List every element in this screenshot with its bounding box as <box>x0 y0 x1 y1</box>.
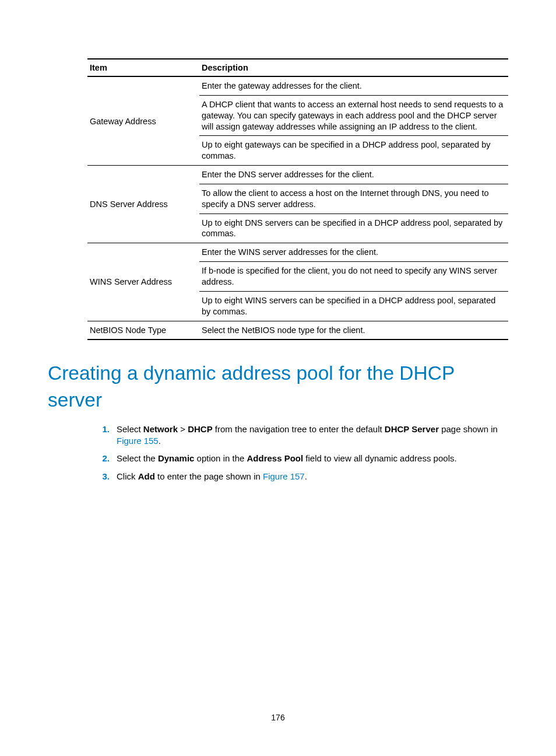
text: . <box>305 471 307 481</box>
step-number: 3. <box>93 471 117 482</box>
step-body: Click Add to enter the page shown in Fig… <box>117 471 504 482</box>
desc-paragraph: Enter the gateway addresses for the clie… <box>199 77 508 96</box>
list-item: 2. Select the Dynamic option in the Addr… <box>93 453 504 464</box>
step-body: Select the Dynamic option in the Address… <box>117 453 504 464</box>
item-cell: Gateway Address <box>87 76 199 166</box>
desc-paragraph: Up to eight WINS servers can be specifie… <box>199 292 508 321</box>
list-item: 1. Select Network > DHCP from the naviga… <box>93 424 504 447</box>
table-row: Gateway Address Enter the gateway addres… <box>87 76 508 166</box>
col-desc-header: Description <box>199 59 508 76</box>
page-content: Item Description Gateway Address Enter t… <box>0 0 556 482</box>
bold-text: DHCP <box>188 424 213 434</box>
desc-cell: Enter the WINS server addresses for the … <box>199 243 508 321</box>
text: field to view all dynamic address pools. <box>303 453 456 463</box>
desc-paragraph: If b-node is specified for the client, y… <box>199 262 508 292</box>
bold-text: Network <box>143 424 178 434</box>
list-item: 3. Click Add to enter the page shown in … <box>93 471 504 482</box>
desc-paragraph: Up to eight gateways can be specified in… <box>199 136 508 165</box>
text: to enter the page shown in <box>155 471 263 481</box>
bold-text: Dynamic <box>158 453 195 463</box>
text: page shown in <box>439 424 498 434</box>
desc-paragraph: To allow the client to access a host on … <box>199 184 508 214</box>
table-row: WINS Server Address Enter the WINS serve… <box>87 243 508 321</box>
desc-paragraph: Enter the WINS server addresses for the … <box>199 243 508 262</box>
text: Select the <box>117 453 158 463</box>
text: Click <box>117 471 138 481</box>
desc-paragraph: A DHCP client that wants to access an ex… <box>199 96 508 136</box>
item-cell: WINS Server Address <box>87 243 199 321</box>
item-cell: NetBIOS Node Type <box>87 321 199 340</box>
text: from the navigation tree to enter the de… <box>213 424 385 434</box>
bold-text: DHCP Server <box>385 424 439 434</box>
desc-cell: Enter the gateway addresses for the clie… <box>199 76 508 166</box>
figure-link[interactable]: Figure 155 <box>117 436 159 446</box>
desc-paragraph: Up to eight DNS servers can be specified… <box>199 214 508 243</box>
page-number: 176 <box>0 713 556 722</box>
text: option in the <box>194 453 247 463</box>
text: > <box>178 424 188 434</box>
desc-paragraph: Select the NetBIOS node type for the cli… <box>199 321 508 340</box>
text: Select <box>117 424 143 434</box>
text: . <box>159 436 161 446</box>
bold-text: Address Pool <box>247 453 304 463</box>
col-item-header: Item <box>87 59 199 76</box>
figure-link[interactable]: Figure 157 <box>263 471 305 481</box>
table-row: NetBIOS Node Type Select the NetBIOS nod… <box>87 321 508 340</box>
description-table: Item Description Gateway Address Enter t… <box>87 58 508 340</box>
desc-paragraph: Enter the DNS server addresses for the c… <box>199 166 508 184</box>
step-number: 2. <box>93 453 117 464</box>
table-row: DNS Server Address Enter the DNS server … <box>87 166 508 243</box>
bold-text: Add <box>138 471 155 481</box>
section-heading: Creating a dynamic address pool for the … <box>48 360 504 412</box>
desc-cell: Enter the DNS server addresses for the c… <box>199 166 508 243</box>
steps-list: 1. Select Network > DHCP from the naviga… <box>93 424 504 482</box>
item-cell: DNS Server Address <box>87 166 199 243</box>
step-number: 1. <box>93 424 117 435</box>
desc-cell: Select the NetBIOS node type for the cli… <box>199 321 508 340</box>
step-body: Select Network > DHCP from the navigatio… <box>117 424 504 447</box>
